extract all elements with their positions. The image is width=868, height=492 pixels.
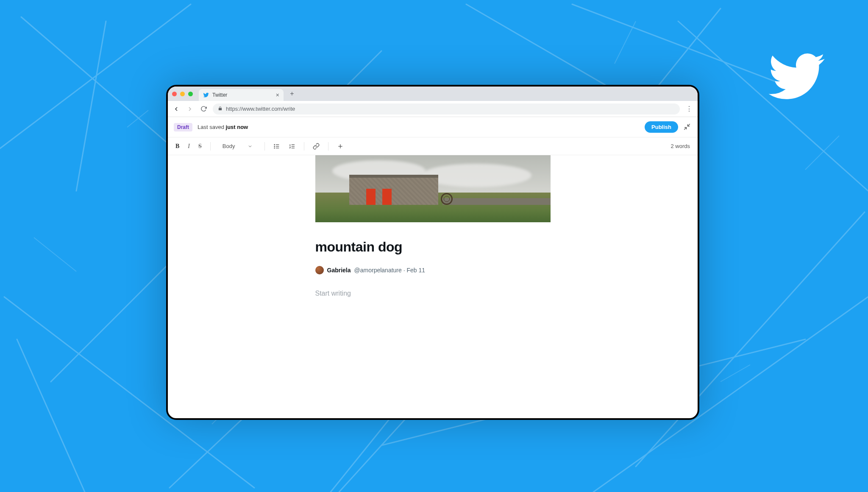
nav-reload-button[interactable] xyxy=(199,106,208,112)
chevron-down-icon xyxy=(248,144,253,149)
italic-button[interactable]: I xyxy=(188,143,190,150)
tab-close-button[interactable]: × xyxy=(276,92,279,98)
body-text-input[interactable]: Start writing xyxy=(315,290,551,297)
add-block-button[interactable] xyxy=(337,143,344,150)
bold-button[interactable]: B xyxy=(175,143,179,150)
text-style-select[interactable]: Body xyxy=(219,141,256,151)
window-minimize-button[interactable] xyxy=(180,92,185,96)
url-text: https://www.twitter.com/write xyxy=(226,106,295,112)
editor-body: mountain dog Gabriela @amorpelanature · … xyxy=(168,155,698,418)
publish-button[interactable]: Publish xyxy=(645,121,678,133)
twitter-logo-icon xyxy=(762,47,830,106)
browser-nav-bar: https://www.twitter.com/write ⋮ xyxy=(168,101,698,117)
twitter-favicon-icon xyxy=(203,92,209,98)
window-traffic-lights xyxy=(172,92,193,96)
strikethrough-button[interactable]: S xyxy=(198,143,202,150)
browser-window: Twitter × + https://www.twitter.com/writ… xyxy=(166,85,699,420)
browser-overflow-menu-button[interactable]: ⋮ xyxy=(685,105,693,113)
address-bar[interactable]: https://www.twitter.com/write xyxy=(213,103,680,115)
browser-tab-strip: Twitter × + xyxy=(168,87,698,101)
collapse-icon[interactable] xyxy=(683,123,692,131)
author-byline: Gabriela @amorpelanature · Feb 11 xyxy=(315,266,551,274)
editor-status-bar: Draft Last saved just now Publish xyxy=(168,117,698,137)
text-style-value: Body xyxy=(223,143,235,149)
document-title[interactable]: mountain dog xyxy=(315,239,551,255)
bullet-list-button[interactable] xyxy=(273,143,280,150)
window-close-button[interactable] xyxy=(172,92,177,96)
lock-icon xyxy=(218,106,223,112)
draft-badge: Draft xyxy=(174,123,192,131)
avatar[interactable] xyxy=(315,266,324,274)
link-button[interactable] xyxy=(313,143,320,150)
last-saved-label: Last saved just now xyxy=(198,124,248,130)
nav-back-button[interactable] xyxy=(172,106,181,112)
browser-tab[interactable]: Twitter × xyxy=(199,89,284,101)
header-image[interactable] xyxy=(315,155,551,222)
svg-point-5 xyxy=(274,148,275,148)
svg-point-3 xyxy=(274,144,275,145)
svg-point-4 xyxy=(274,146,275,146)
new-tab-button[interactable]: + xyxy=(287,89,297,99)
tab-title: Twitter xyxy=(212,92,273,98)
nav-forward-button[interactable] xyxy=(186,106,194,112)
author-name[interactable]: Gabriela xyxy=(327,267,351,274)
numbered-list-button[interactable] xyxy=(289,143,295,150)
word-count: 2 words xyxy=(670,143,690,149)
editor-toolbar: B I S Body 2 words xyxy=(168,137,698,155)
window-maximize-button[interactable] xyxy=(188,92,193,96)
author-handle[interactable]: @amorpelanature · Feb 11 xyxy=(354,267,426,274)
